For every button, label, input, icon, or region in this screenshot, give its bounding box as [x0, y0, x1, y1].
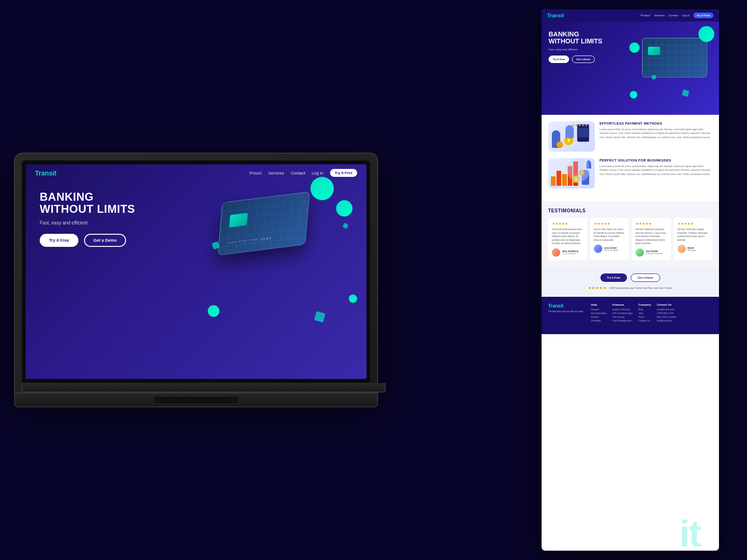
- coin-decoration-2: [336, 200, 352, 217]
- testimonial-stars-4: ★★★★★: [677, 222, 709, 226]
- footer-link-co-1[interactable]: Blog: [638, 308, 651, 311]
- laptop-container: Transit Prouct Services Contact Log In T…: [14, 153, 378, 407]
- website-nav-link-1[interactable]: Product: [641, 14, 650, 17]
- footer-link-ct-4[interactable]: info@transit.co: [657, 319, 677, 322]
- feature-title-1: EFFORTLESS PAYMENT METHODS: [599, 121, 712, 126]
- laptop-nav-link-1[interactable]: Prouct: [249, 171, 261, 175]
- laptop-logo: Transit: [35, 169, 56, 177]
- author-role-1: CEO & Advisor: [562, 252, 578, 255]
- feature-image-1: $ ★★★★★: [548, 121, 595, 152]
- website-logo-prefix: Trans: [547, 13, 561, 18]
- feature-text-1: EFFORTLESS PAYMENT METHODS Lorem ipsum d…: [599, 121, 712, 139]
- website-hero-text: BANKING WITHOUT LIMITS Fast, easy and ef…: [549, 31, 623, 63]
- laptop-hero-illustration: **** **** **** 1234: [203, 177, 362, 326]
- author-role-2: UI/UX Designer: [604, 249, 619, 252]
- feature-image-2: $ $: [548, 158, 595, 189]
- footer-top: Transit The best team tool you will ever…: [548, 303, 712, 323]
- rating-text: 5,200 businesses use Transit and they ra…: [609, 287, 672, 289]
- website-nav-link-2[interactable]: Services: [654, 14, 665, 17]
- website-hero-title: BANKING WITHOUT LIMITS: [549, 31, 623, 45]
- laptop-bottom-bar: [21, 383, 386, 392]
- laptop-logo-prefix: Trans: [35, 169, 52, 177]
- author-info-4: Sarah Manager: [688, 246, 696, 252]
- website-nav-link-3[interactable]: Contact: [669, 14, 678, 17]
- footer-col-title-features: Features: [613, 303, 633, 306]
- footer-link-help-2[interactable]: Documentation: [591, 312, 607, 315]
- website-card-grid: [642, 38, 707, 77]
- feature-desc-2: Lorem ipsum dolor sit amet, consectetuer…: [599, 164, 712, 176]
- laptop-logo-suffix: it: [52, 169, 56, 177]
- testimonial-author-2: Lena Green UI/UX Designer: [594, 245, 626, 253]
- footer-link-help-3[interactable]: Forums: [591, 315, 607, 318]
- laptop-notch: [154, 397, 238, 403]
- rating-stars: ★★★★★: [588, 286, 606, 290]
- footer-link-ct-3[interactable]: New York | London: [657, 315, 677, 318]
- avatar-4: [677, 245, 686, 253]
- website-nav-link-4[interactable]: Log In: [682, 14, 690, 17]
- laptop-try-free-button[interactable]: Try it Free: [40, 234, 78, 247]
- avatar-1: [552, 248, 560, 257]
- testimonial-text-3: Semper habitasse vulputate odio nisi rho…: [635, 228, 667, 245]
- testimonial-author-3: Joe Gerald Software Engineer: [635, 248, 667, 257]
- testimonial-author-1: Amy Goldberg CEO & Advisor: [552, 248, 584, 257]
- website-coin-2: [629, 42, 640, 53]
- website-panel: Transit Product Services Contact Log In …: [542, 9, 719, 551]
- website-cta: Try It Free Get a Demo ★★★★★ 5,200 busin…: [542, 267, 719, 297]
- testimonials-title: TESTIMONIALS: [548, 208, 712, 213]
- author-info-3: Joe Gerald Software Engineer: [646, 250, 663, 255]
- testimonial-card-3: ★★★★★ Semper habitasse vulputate odio ni…: [632, 218, 671, 260]
- website-nav-links: Product Services Contact Log In Try It F…: [641, 13, 713, 18]
- footer-link-co-2[interactable]: Jobs: [638, 312, 651, 315]
- testimonial-card-4: ★★★★★ Facibus venenatis magna imperdiet.…: [674, 218, 713, 260]
- card-chip: [229, 213, 248, 227]
- testimonial-stars-1: ★★★★★: [552, 222, 584, 226]
- footer-link-co-3[interactable]: Press: [638, 315, 651, 318]
- website-btn-group: Try it Free Get a Demo: [549, 56, 623, 63]
- author-info-2: Lena Green UI/UX Designer: [604, 246, 619, 252]
- footer-link-feat-4[interactable]: User Management: [613, 319, 633, 322]
- cta-buttons: Try It Free Get a Demo: [548, 273, 712, 282]
- footer-link-feat-2[interactable]: iOS & Android apps: [613, 312, 633, 315]
- feature-item-2: $ $ PERFECT SOLUTION FOR BUSINESSES Lore…: [548, 158, 712, 189]
- footer-link-feat-3[interactable]: File sharing: [613, 315, 633, 318]
- laptop-get-demo-button[interactable]: Get a Demo: [84, 234, 126, 247]
- footer-col-title-company: Company: [638, 303, 651, 306]
- website-hero-subtitle: Fast, easy and efficient: [549, 48, 623, 51]
- website-coin-1: [698, 26, 714, 42]
- cta-get-demo-button[interactable]: Get a Demo: [631, 273, 660, 282]
- website-hero-content: BANKING WITHOUT LIMITS Fast, easy and ef…: [549, 31, 712, 63]
- website-hero: BANKING WITHOUT LIMITS Fast, easy and ef…: [542, 21, 719, 115]
- laptop-hero-subtitle: Fast, easy and efficient: [40, 220, 170, 225]
- laptop-nav-link-4[interactable]: Log In: [312, 171, 324, 175]
- footer-link-ct-1[interactable]: info@transit.com: [657, 308, 677, 311]
- laptop-nav-cta-button[interactable]: Try It Free: [330, 169, 357, 177]
- author-role-3: Software Engineer: [646, 252, 663, 255]
- footer-link-co-4[interactable]: Contact Us: [638, 319, 651, 322]
- laptop-btn-group: Try it Free Get a Demo: [40, 234, 170, 247]
- cube-decoration-1: [314, 311, 325, 322]
- laptop-hero-text: BANKING WITHOUT LIMITS Fast, easy and ef…: [40, 191, 170, 247]
- website-try-free-button[interactable]: Try it Free: [549, 56, 569, 63]
- website-nav-cta-button[interactable]: Try It Free: [693, 13, 713, 18]
- footer-link-feat-1[interactable]: Enable 2Security: [613, 308, 633, 311]
- laptop-nav-link-2[interactable]: Services: [268, 171, 284, 175]
- testimonial-stars-3: ★★★★★: [635, 222, 667, 226]
- laptop-nav-link-3[interactable]: Contact: [291, 171, 305, 175]
- feature-title-2: PERFECT SOLUTION FOR BUSINESSES: [599, 158, 712, 162]
- footer-desc: The best team tool you will ever need.: [548, 310, 585, 314]
- cta-try-free-button[interactable]: Try It Free: [600, 273, 627, 282]
- footer-col-contact: Contact Us info@transit.com 1-800-555-12…: [657, 303, 677, 323]
- website-nav: Transit Product Services Contact Log In …: [542, 9, 719, 21]
- laptop-hero-title: BANKING WITHOUT LIMITS: [40, 191, 170, 216]
- testimonial-stars-2: ★★★★★: [594, 222, 626, 226]
- testimonial-card-2: ★★★★★ Fusce nulla mattis nec tortor. Ex …: [590, 218, 629, 260]
- footer-brand: Transit The best team tool you will ever…: [548, 303, 585, 323]
- footer-link-ct-2[interactable]: 1-800-555-1234: [657, 312, 677, 315]
- laptop-nav-links: Prouct Services Contact Log In Try It Fr…: [249, 169, 357, 177]
- website-hero-illustration: [633, 24, 717, 108]
- website-get-demo-button[interactable]: Get a Demo: [572, 56, 595, 63]
- testimonials-grid: ★★★★★ Fusce dui pellentesque tortor vita…: [548, 218, 712, 260]
- footer-link-help-1[interactable]: Support: [591, 308, 607, 311]
- footer-link-help-4[interactable]: Downkde: [591, 319, 607, 322]
- website-testimonials: TESTIMONIALS ★★★★★ Fusce dui pellentesqu…: [542, 202, 719, 267]
